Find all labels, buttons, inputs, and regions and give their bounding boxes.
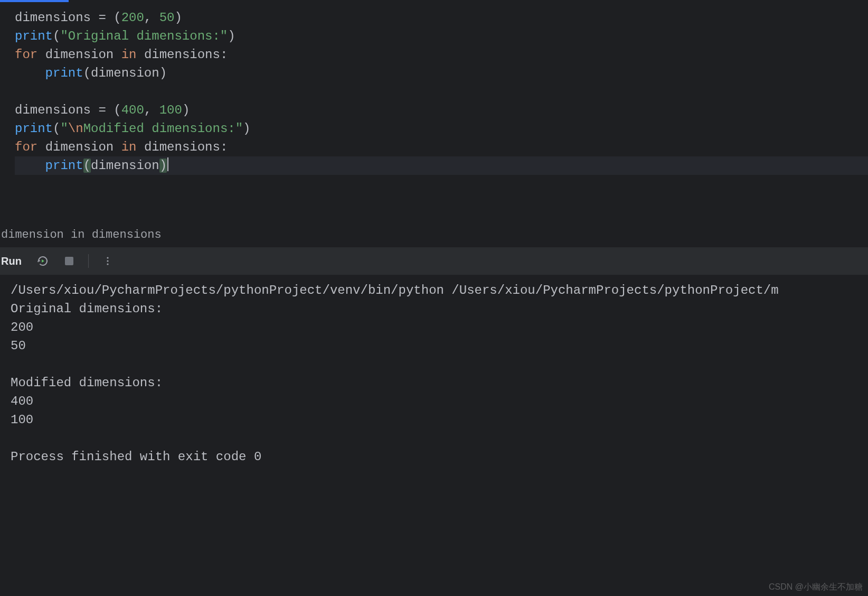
code-line[interactable]: dimensions = (400, 100) <box>15 101 868 119</box>
code-line[interactable]: for dimension in dimensions: <box>15 138 868 156</box>
more-vertical-icon[interactable] <box>100 254 115 268</box>
svg-rect-0 <box>65 257 73 265</box>
svg-point-1 <box>107 257 108 258</box>
console-line <box>11 429 868 448</box>
run-tab-label[interactable]: Run <box>1 255 22 267</box>
console-line: /Users/xiou/PycharmProjects/pythonProjec… <box>11 281 868 300</box>
code-editor[interactable]: dimensions = (200, 50)print("Original di… <box>0 2 868 230</box>
code-line[interactable]: print(dimension) <box>15 156 868 175</box>
svg-point-2 <box>107 260 108 262</box>
console-line: Original dimensions: <box>11 300 868 318</box>
code-line[interactable] <box>15 82 868 101</box>
code-line[interactable]: print("Original dimensions:") <box>15 27 868 45</box>
console-line: 100 <box>11 411 868 429</box>
rerun-icon[interactable] <box>35 254 50 268</box>
run-toolbar: Run <box>0 247 868 275</box>
run-console[interactable]: /Users/xiou/PycharmProjects/pythonProjec… <box>0 275 868 596</box>
toolbar-divider <box>88 254 89 268</box>
code-line[interactable]: for dimension in dimensions: <box>15 45 868 64</box>
console-line: 400 <box>11 392 868 411</box>
code-line[interactable]: dimensions = (200, 50) <box>15 8 868 27</box>
breadcrumb[interactable]: dimension in dimensions <box>0 225 868 246</box>
watermark: CSDN @小幽余生不加糖 <box>769 582 863 593</box>
code-line[interactable]: print(dimension) <box>15 64 868 82</box>
text-cursor <box>167 157 168 171</box>
console-line: 200 <box>11 318 868 337</box>
console-line: Modified dimensions: <box>11 374 868 392</box>
svg-point-3 <box>107 263 108 265</box>
stop-icon[interactable] <box>62 254 77 268</box>
console-line: Process finished with exit code 0 <box>11 448 868 466</box>
code-line[interactable]: print("\nModified dimensions:") <box>15 119 868 138</box>
console-line <box>11 355 868 374</box>
console-line: 50 <box>11 337 868 355</box>
